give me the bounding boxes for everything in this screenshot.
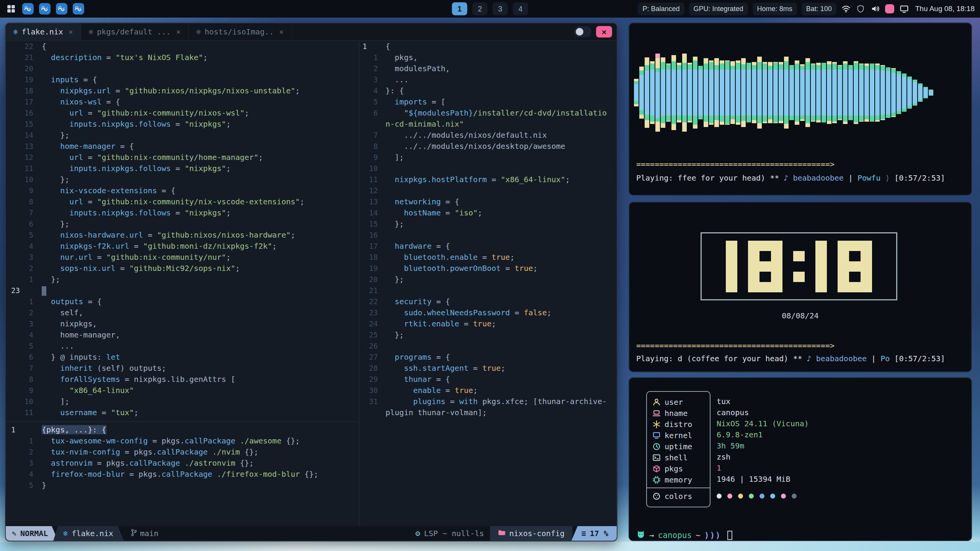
clock-digit <box>793 241 805 292</box>
visualizer-bar <box>907 77 912 109</box>
line-number: 22 <box>360 296 378 307</box>
code-line: 20 <box>6 63 353 74</box>
visualizer-bar <box>848 65 853 120</box>
code-line: 13 networking = { <box>360 196 617 207</box>
line-number: 8 <box>360 141 378 152</box>
app-icon-3[interactable] <box>56 3 67 15</box>
pane-divider-vertical[interactable] <box>359 41 359 526</box>
code-line: 9 "x86_64-linux" <box>6 385 353 396</box>
line-number: 8 <box>6 196 33 207</box>
color-dot-3 <box>738 494 743 499</box>
editor-pane-flake[interactable]: 22{21 description = "tux's NixOS Flake";… <box>6 41 353 420</box>
code-line: 5} <box>6 480 353 491</box>
line-number: 14 <box>360 207 378 218</box>
fetch-row-colors: colors <box>652 491 710 502</box>
code-line: 31 plugins = with pkgs.xfce; [thunar-arc… <box>360 396 617 407</box>
line-number: 1 <box>6 435 33 447</box>
tab-close-icon[interactable]: × <box>69 27 73 36</box>
code-text <box>42 285 46 296</box>
line-number: 9 <box>360 152 378 163</box>
visualizer-bar <box>832 62 837 123</box>
code-text: bluetooth.enable = true; <box>385 252 514 263</box>
code-line: 16 url = "github:nix-community/nixos-wsl… <box>6 108 353 119</box>
visualizer-bar <box>709 60 714 125</box>
app-icon-2[interactable] <box>39 3 51 15</box>
code-line: 3 astronvim = pkgs.callPackage ./astronv… <box>6 458 353 469</box>
visualizer-bar <box>880 65 885 120</box>
code-line: 21 <box>360 285 617 296</box>
fetch-value-uptime: 3h 59m <box>717 440 809 451</box>
code-line: 6 "${modulesPath}/installer/cd-dvd/insta… <box>360 108 617 119</box>
editor-tab-pkgs-default[interactable]: ❄pkgs/default ...× <box>81 23 189 40</box>
app-icon-4[interactable] <box>73 3 84 15</box>
volume-icon[interactable] <box>870 4 880 14</box>
code-line: 18 bluetooth.enable = true; <box>360 252 617 263</box>
code-text: nixpkgs.hostPlatform = "x86_64-linux"; <box>385 174 570 185</box>
code-text: nur.url = "github:nix-community/nur"; <box>42 252 231 263</box>
fetch-label: kernel <box>665 431 692 440</box>
shield-icon[interactable] <box>856 4 866 14</box>
code-text: ../../modules/nixos/default.nix <box>385 130 547 141</box>
fetch-value-kernel: 6.9.8-zen1 <box>717 429 809 440</box>
workspace-tag-1[interactable]: 1 <box>452 2 467 15</box>
line-number: 30 <box>360 385 378 396</box>
code-line: 1 outputs = { <box>6 296 353 307</box>
fetch-value-shell: zsh <box>717 451 809 462</box>
code-line: 7 inherit (self) outputs; <box>6 363 353 374</box>
code-line: 1 tux-awesome-wm-config = pkgs.callPacka… <box>6 435 353 447</box>
code-text: rtkit.enable = true; <box>385 318 496 329</box>
code-text: username = "tux"; <box>42 407 139 418</box>
shell-prompt[interactable]: → canopus ~ ))) <box>636 530 732 541</box>
editor-tab-flake-nix[interactable]: ❄flake.nix× <box>6 23 81 40</box>
code-text: }; <box>385 274 404 285</box>
fetch-label: memory <box>665 475 692 484</box>
code-line: 10 <box>360 163 617 174</box>
code-text: nixos-hardware.url = "github:nixos/nixos… <box>42 230 295 241</box>
terminal-cursor[interactable] <box>727 531 732 540</box>
wallpaper-bottom-glow <box>0 542 980 551</box>
display-icon[interactable] <box>899 4 909 14</box>
line-number: 2 <box>6 307 33 318</box>
project-name: nixos-config <box>509 529 565 538</box>
visualizer-bar <box>682 54 687 132</box>
code-text: ]; <box>385 152 404 163</box>
clock-window: 08/08/24 ===============================… <box>629 202 972 372</box>
visualizer-bar <box>789 65 794 120</box>
workspace-tag-4[interactable]: 4 <box>513 2 528 15</box>
code-text: inherit (self) outputs; <box>42 363 166 374</box>
line-number: 3 <box>6 252 33 263</box>
color-picker-icon[interactable] <box>885 4 895 14</box>
pane-divider-horizontal[interactable] <box>6 421 358 422</box>
code-line: 23 <box>6 285 353 296</box>
tab-close-icon[interactable]: × <box>176 27 181 36</box>
code-line: 2 self, <box>6 307 353 318</box>
workspace-tag-3[interactable]: 3 <box>493 2 508 15</box>
tab-close-icon[interactable]: × <box>279 27 284 36</box>
workspace-tag-2[interactable]: 2 <box>472 2 488 15</box>
code-line: plugin thunar-volman]; <box>360 407 617 418</box>
scroll-percent: 17 % <box>590 529 608 538</box>
theme-toggle-button[interactable] <box>574 26 591 37</box>
fetch-label: uptime <box>665 442 692 451</box>
code-line: 2 modulesPath, <box>360 63 617 74</box>
network-icon[interactable] <box>841 4 851 14</box>
visualizer-bar <box>913 80 917 106</box>
code-text: inputs.nixpkgs.follows = "nixpkgs"; <box>42 163 231 174</box>
window-close-button[interactable]: × <box>596 26 612 37</box>
code-line: 5 imports = [ <box>360 96 617 108</box>
clock-digit <box>726 241 737 292</box>
code-text: ssh.startAgent = true; <box>385 363 505 374</box>
line-number <box>360 119 378 130</box>
code-line: 8 ../../modules/nixos/desktop/awesome <box>360 141 617 152</box>
code-text: nixpkgs-f2k.url = "github:moni-dz/nixpkg… <box>42 241 277 252</box>
editor-pane-iso[interactable]: 1{1 pkgs,2 modulesPath,3 ...4}: {5 impor… <box>360 41 617 420</box>
nix-snowflake-icon: ❄ <box>13 28 18 36</box>
statusline-spacer <box>165 526 409 541</box>
launcher-icon[interactable] <box>5 3 17 15</box>
visualizer-bar <box>902 73 906 112</box>
line-number: 1 <box>360 52 378 63</box>
editor-pane-pkgs[interactable]: 1{pkgs, ...}: {1 tux-awesome-wm-config =… <box>6 424 353 493</box>
editor-tab-hosts-isoImag[interactable]: ❄hosts/isoImag..× <box>189 23 292 40</box>
app-icon-1[interactable] <box>22 3 34 15</box>
line-number: 1 <box>360 41 378 52</box>
